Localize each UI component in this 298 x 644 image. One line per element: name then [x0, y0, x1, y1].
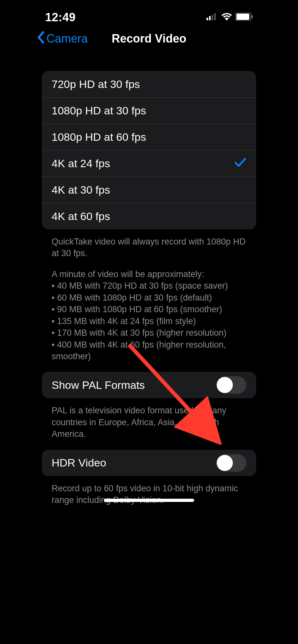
- checkmark-icon: [234, 157, 246, 170]
- svg-rect-6: [252, 15, 253, 18]
- option-1080p-30[interactable]: 1080p HD at 30 fps: [42, 97, 256, 124]
- footer-line: • 60 MB with 1080p HD at 30 fps (default…: [52, 292, 246, 303]
- pal-row[interactable]: Show PAL Formats: [42, 372, 256, 398]
- option-1080p-60[interactable]: 1080p HD at 60 fps: [42, 124, 256, 150]
- pal-label: Show PAL Formats: [52, 379, 145, 391]
- resolution-options-group: 720p HD at 30 fps 1080p HD at 30 fps 108…: [42, 71, 256, 229]
- option-label: 4K at 24 fps: [52, 157, 110, 170]
- footer-line: • 40 MB with 720p HD at 30 fps (space sa…: [52, 280, 246, 292]
- option-720p-30[interactable]: 720p HD at 30 fps: [42, 71, 256, 97]
- option-label: 1080p HD at 60 fps: [52, 131, 146, 143]
- svg-rect-2: [212, 15, 213, 20]
- status-bar: 12:49: [32, 0, 266, 26]
- option-label: 4K at 60 fps: [52, 210, 110, 223]
- hdr-row[interactable]: HDR Video: [42, 450, 256, 476]
- toggle-knob: [217, 377, 233, 393]
- option-label: 4K at 30 fps: [52, 184, 110, 196]
- footer-line: A minute of video will be approximately:: [52, 268, 246, 280]
- svg-rect-3: [214, 13, 216, 20]
- footer-line: • 90 MB with 1080p HD at 60 fps (smoothe…: [52, 303, 246, 315]
- footer-line: • 135 MB with 4K at 24 fps (film style): [52, 315, 246, 327]
- back-button[interactable]: Camera: [37, 31, 88, 47]
- cellular-icon: [206, 13, 218, 22]
- resolution-footer-text: QuickTake video will always record with …: [42, 229, 256, 372]
- svg-rect-5: [236, 14, 249, 20]
- pal-toggle[interactable]: [216, 376, 246, 394]
- battery-icon: [235, 13, 253, 22]
- option-label: 720p HD at 30 fps: [52, 78, 140, 91]
- home-indicator[interactable]: [104, 499, 194, 502]
- chevron-left-icon: [37, 31, 45, 47]
- option-4k-30[interactable]: 4K at 30 fps: [42, 177, 256, 203]
- footer-line: QuickTake video will always record with …: [52, 236, 246, 259]
- hdr-toggle[interactable]: [216, 454, 246, 472]
- navigation-bar: Camera Record Video: [32, 26, 266, 52]
- pal-footer-text: PAL is a television video format used in…: [42, 398, 256, 449]
- hdr-label: HDR Video: [52, 457, 106, 469]
- option-label: 1080p HD at 30 fps: [52, 104, 146, 117]
- back-button-label: Camera: [46, 32, 88, 45]
- svg-rect-1: [209, 16, 211, 20]
- status-time: 12:49: [45, 11, 76, 24]
- footer-line: • 400 MB with 4K at 60 fps (higher resol…: [52, 339, 246, 362]
- toggle-knob: [217, 455, 233, 471]
- svg-rect-0: [206, 18, 208, 20]
- wifi-icon: [221, 13, 232, 22]
- hdr-group: HDR Video: [42, 450, 256, 476]
- footer-line: • 170 MB with 4K at 30 fps (higher resol…: [52, 327, 246, 339]
- option-4k-24[interactable]: 4K at 24 fps: [42, 150, 256, 177]
- pal-group: Show PAL Formats: [42, 372, 256, 398]
- option-4k-60[interactable]: 4K at 60 fps: [42, 203, 256, 229]
